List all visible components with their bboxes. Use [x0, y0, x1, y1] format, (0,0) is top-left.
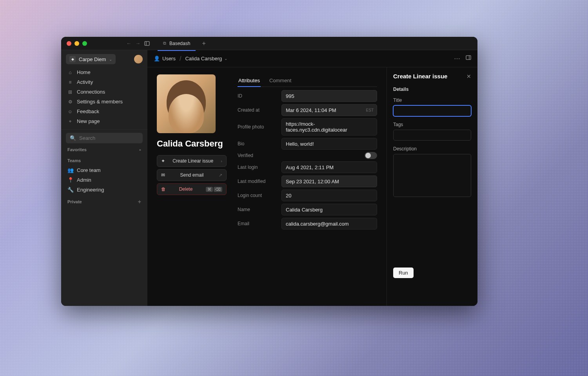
attr-label-profile-photo: Profile photo [238, 124, 275, 130]
search-input[interactable] [79, 135, 145, 141]
external-link-icon: ↗ [219, 173, 222, 178]
sidebar-item-settings[interactable]: ⚙Settings & members [61, 97, 147, 107]
main-content: 👤 Users / Calida Carsberg ⌄ ⋯ [147, 50, 477, 306]
minimize-window-button[interactable] [74, 41, 79, 46]
attr-value-last-login[interactable]: Aug 4 2021, 2:11 PM [281, 161, 377, 173]
panel-toggle-icon[interactable] [466, 55, 471, 62]
tab-comment[interactable]: Comment [269, 74, 292, 87]
attr-value-name[interactable]: Calida Carsberg [281, 204, 377, 215]
browser-tab[interactable]: ⧉ Basedash [158, 39, 196, 48]
team-item-admin[interactable]: 📍Admin [61, 175, 147, 185]
chevron-down-icon: ⌄ [109, 57, 112, 61]
verified-toggle[interactable] [365, 152, 377, 159]
maximize-window-button[interactable] [82, 41, 87, 46]
tab-title: Basedash [169, 41, 190, 46]
side-panel: Create Linear issue ✕ Details Title Tags… [387, 67, 477, 306]
sidebar-item-feedback[interactable]: ☺Feedback [61, 107, 147, 116]
teams-section: Teams [61, 154, 147, 165]
record-pane: Calida Carsberg ✦ Create Linear issue › … [147, 67, 387, 306]
sidebar-item-connections[interactable]: ⊞Connections [61, 87, 147, 97]
breadcrumb-root[interactable]: 👤 Users [154, 56, 176, 61]
team-item-core[interactable]: 👥Core team [61, 165, 147, 175]
breadcrumb-bar: 👤 Users / Calida Carsberg ⌄ ⋯ [147, 50, 477, 67]
divider [61, 129, 147, 130]
workspace-name: Carpe Diem [79, 56, 106, 62]
sidebar-item-home[interactable]: ⌂Home [61, 67, 147, 77]
connections-icon: ⊞ [67, 89, 73, 95]
svg-rect-2 [466, 56, 471, 60]
panel-title: Create Linear issue [393, 73, 447, 80]
attr-value-last-modified: Sep 23 2021, 12:00 AM [281, 175, 377, 187]
attr-label-last-login: Last login [238, 164, 275, 170]
panel-section-label: Details [393, 87, 471, 92]
home-icon: ⌂ [67, 70, 73, 75]
attr-label-name: Name [238, 207, 275, 212]
attr-value-login-count[interactable]: 20 [281, 190, 377, 201]
svg-rect-0 [145, 42, 149, 45]
create-linear-issue-button[interactable]: ✦ Create Linear issue › [157, 155, 227, 167]
add-private-button[interactable]: + [138, 199, 141, 205]
attr-label-created-at: Created at [238, 107, 275, 113]
trash-icon: 🗑 [161, 186, 166, 192]
nav-arrows: ← → [126, 40, 140, 46]
chevron-right-icon: ▸ [140, 148, 141, 152]
team-item-engineering[interactable]: 🔧Engineering [61, 185, 147, 195]
description-textarea[interactable] [393, 154, 471, 197]
attr-label-bio: Bio [238, 141, 275, 146]
sparkle-icon: ✦ [161, 158, 165, 164]
sidebar-toggle-icon[interactable] [144, 41, 150, 46]
close-window-button[interactable] [67, 41, 71, 46]
gear-icon: ⚙ [67, 99, 73, 105]
attr-label-email: Email [238, 221, 275, 226]
run-button[interactable]: Run [393, 268, 414, 278]
attr-value-bio[interactable]: Hello, world! [281, 138, 377, 150]
attr-label-login-count: Login count [238, 193, 275, 198]
tags-input[interactable] [393, 130, 471, 141]
mail-icon: ✉ [161, 172, 165, 178]
breadcrumb-current[interactable]: Calida Carsberg ⌄ [185, 56, 227, 61]
title-input[interactable] [393, 105, 471, 116]
sidebar-item-activity[interactable]: ≡Activity [61, 77, 147, 87]
profile-photo [157, 74, 216, 133]
more-menu-button[interactable]: ⋯ [454, 55, 460, 62]
favorites-section[interactable]: Favorites ▸ [61, 143, 147, 154]
workspace-logo-icon: ◆ [69, 56, 76, 62]
back-button[interactable]: ← [126, 40, 131, 46]
feedback-icon: ☺ [67, 109, 73, 114]
attr-value-profile-photo[interactable]: https://mock-faces.nyc3.cdn.digitalocear [281, 118, 377, 136]
search-box[interactable]: 🔍 ⌘ K [66, 133, 143, 143]
attr-value-id: 995 [281, 90, 377, 102]
send-email-button[interactable]: ✉ Send email ↗ [157, 169, 227, 181]
forward-button[interactable]: → [135, 40, 140, 46]
window-controls [67, 41, 87, 46]
attr-label-verified: Verified [238, 153, 275, 158]
tags-label: Tags [393, 122, 471, 127]
private-section: Private + [61, 195, 147, 207]
app-window: ← → ⧉ Basedash + ◆ Carpe Diem ⌄ ⌂Home ≡A… [61, 37, 477, 306]
breadcrumb-separator: / [180, 55, 181, 62]
record-title: Calida Carsberg [157, 139, 227, 149]
tab-icon: ⧉ [163, 41, 166, 46]
attr-value-created-at: Mar 6 2024, 11:04 PMEST [281, 104, 377, 116]
tab-attributes[interactable]: Attributes [238, 74, 261, 87]
chevron-down-icon: ⌄ [224, 56, 227, 61]
new-tab-button[interactable]: + [202, 40, 205, 47]
search-icon: 🔍 [70, 135, 76, 141]
activity-icon: ≡ [67, 80, 73, 85]
plus-icon: + [67, 119, 73, 124]
record-tabs: Attributes Comment [238, 74, 377, 87]
description-label: Description [393, 146, 471, 152]
delete-button[interactable]: 🗑 Delete ⌘⌫ [157, 183, 227, 195]
chevron-right-icon: › [221, 159, 222, 163]
sidebar-item-new-page[interactable]: +New page [61, 116, 147, 126]
attr-label-id: ID [238, 93, 275, 99]
attr-label-last-modified: Last modified [238, 179, 275, 184]
titlebar: ← → ⧉ Basedash + [61, 37, 477, 50]
title-label: Title [393, 98, 471, 103]
attr-value-email[interactable]: calida.carsberg@gmail.com [281, 218, 377, 230]
close-panel-button[interactable]: ✕ [466, 73, 471, 80]
workspace-switcher[interactable]: ◆ Carpe Diem ⌄ [66, 54, 116, 64]
sidebar: ◆ Carpe Diem ⌄ ⌂Home ≡Activity ⊞Connecti… [61, 50, 147, 306]
shortcut-badge: ⌘⌫ [206, 187, 222, 192]
user-avatar[interactable] [134, 55, 143, 63]
